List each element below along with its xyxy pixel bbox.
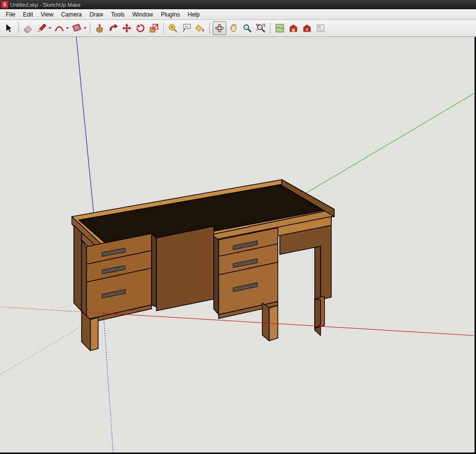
follow-me-icon — [108, 23, 118, 33]
svg-rect-17 — [318, 30, 323, 31]
paint-bucket-tool-button[interactable] — [194, 22, 206, 34]
svg-point-8 — [244, 25, 249, 30]
arc-tool-button[interactable] — [53, 22, 66, 34]
svg-rect-16 — [318, 29, 323, 30]
app-window: S Untitled.skp - SketchUp Make File Edit… — [0, 0, 476, 454]
orbit-tool-button[interactable] — [213, 21, 226, 35]
move-icon — [122, 23, 132, 33]
menu-view[interactable]: View — [37, 10, 57, 19]
3d-viewport[interactable] — [0, 37, 476, 454]
menu-help[interactable]: Help — [184, 10, 204, 19]
text-tool-button[interactable]: A1 — [180, 22, 193, 34]
move-tool-button[interactable] — [120, 22, 133, 34]
pan-hand-icon — [229, 23, 238, 33]
eraser-tool-button[interactable] — [22, 22, 34, 34]
zoom-icon — [242, 23, 252, 33]
pencil-icon — [37, 23, 47, 33]
arc-icon — [54, 23, 64, 33]
zoom-extents-tool-button[interactable] — [255, 22, 267, 34]
menu-window[interactable]: Window — [129, 10, 157, 19]
svg-point-6 — [216, 27, 223, 30]
paint-bucket-icon — [195, 23, 205, 33]
select-tool-button[interactable] — [3, 22, 16, 34]
svg-rect-15 — [318, 26, 321, 28]
svg-rect-11 — [292, 29, 295, 32]
svg-line-27 — [103, 313, 113, 453]
menu-bar: File Edit View Camera Draw Tools Window … — [0, 9, 476, 20]
separator — [90, 22, 90, 34]
scale-tool-button[interactable] — [148, 22, 160, 34]
svg-rect-0 — [150, 27, 155, 32]
tape-icon — [168, 23, 178, 33]
push-pull-tool-button[interactable] — [93, 22, 106, 34]
arc-tool-dropdown[interactable] — [66, 27, 69, 29]
rotate-tool-button[interactable] — [134, 22, 147, 34]
menu-edit[interactable]: Edit — [19, 10, 37, 19]
orbit-icon — [215, 23, 224, 33]
svg-point-7 — [218, 24, 221, 32]
scale-icon — [149, 23, 159, 33]
cursor-icon — [4, 23, 14, 33]
3d-warehouse-button[interactable] — [287, 22, 300, 34]
rectangle-tool-dropdown[interactable] — [83, 27, 87, 29]
separator — [18, 22, 19, 34]
zoom-extents-icon — [256, 23, 266, 33]
follow-me-tool-button[interactable] — [107, 22, 119, 34]
map-icon — [275, 23, 285, 33]
rectangle-tool-button[interactable] — [70, 22, 83, 34]
gear-warehouse-icon — [302, 23, 312, 33]
rotate-icon — [136, 23, 145, 33]
title-bar: S Untitled.skp - SketchUp Make — [0, 0, 476, 9]
eraser-icon — [23, 23, 33, 33]
zoom-tool-button[interactable] — [241, 22, 254, 34]
svg-text:A1: A1 — [185, 25, 189, 28]
pan-tool-button[interactable] — [227, 22, 240, 34]
push-pull-icon — [95, 23, 104, 33]
text-icon: A1 — [182, 23, 191, 33]
svg-point-13 — [306, 29, 307, 30]
line-tool-button[interactable] — [35, 22, 48, 34]
extension-warehouse-button[interactable] — [301, 22, 313, 34]
line-tool-dropdown[interactable] — [48, 27, 52, 29]
window-title: Untitled.skp - SketchUp Make — [10, 2, 81, 8]
menu-tools[interactable]: Tools — [107, 10, 129, 19]
send-to-layout-button[interactable] — [314, 22, 327, 34]
separator — [163, 22, 164, 34]
menu-file[interactable]: File — [2, 10, 19, 19]
layout-icon — [316, 23, 325, 33]
svg-line-24 — [103, 313, 474, 336]
svg-point-3 — [171, 27, 173, 28]
menu-plugins[interactable]: Plugins — [157, 10, 184, 19]
menu-draw[interactable]: Draw — [86, 10, 107, 19]
scene-svg — [0, 37, 474, 453]
app-icon: S — [1, 1, 8, 8]
warehouse-icon — [289, 23, 298, 33]
axes-front — [0, 307, 474, 453]
separator — [270, 22, 271, 34]
add-location-button[interactable] — [273, 22, 286, 34]
tape-measure-tool-button[interactable] — [167, 22, 179, 34]
toolbar: A1 — [0, 20, 476, 37]
rectangle-icon — [72, 23, 82, 33]
separator — [209, 22, 210, 34]
menu-camera[interactable]: Camera — [57, 10, 86, 19]
